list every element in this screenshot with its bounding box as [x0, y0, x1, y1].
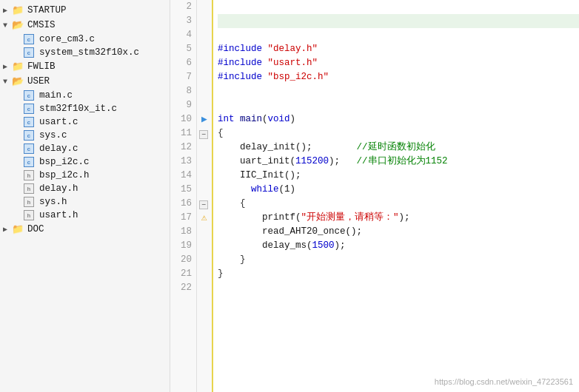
gutter-cell [197, 84, 212, 98]
code-editor: 2345678910111213141516171819202122 ▶−−⚠ … [170, 0, 579, 392]
sidebar-item-bsp_i2c_c[interactable]: cbsp_i2c.c [0, 155, 170, 169]
token-punct: } [218, 267, 224, 281]
token-plain [218, 197, 240, 211]
line-number: 7 [170, 70, 196, 84]
gutter-cell [197, 0, 212, 14]
code-line: } [218, 253, 579, 267]
token-str: "bsp_i2c.h" [268, 70, 329, 84]
c-file-icon: c [24, 117, 37, 127]
code-line: ​ [218, 28, 579, 42]
tree-item-label: bsp_i2c.c [39, 157, 90, 167]
line-number: 4 [170, 28, 196, 42]
sidebar-item-usart_c[interactable]: cusart.c [0, 115, 170, 129]
sidebar-item-delay_h[interactable]: hdelay.h [0, 182, 170, 195]
code-line: { [218, 126, 579, 141]
sidebar-item-CMSIS[interactable]: ▼📂CMSIS [0, 18, 170, 33]
sidebar-item-bsp_i2c_h[interactable]: hbsp_i2c.h [0, 169, 170, 182]
token-plain [262, 70, 268, 84]
gutter-cell [197, 281, 212, 295]
token-plain: ); [335, 239, 346, 253]
sidebar-item-sys_c[interactable]: csys.c [0, 129, 170, 142]
fold-minus-icon[interactable]: − [199, 200, 208, 209]
c-file-icon: c [24, 34, 37, 44]
token-fn: main [240, 112, 262, 126]
sidebar-item-sys_h[interactable]: hsys.h [0, 195, 170, 209]
file-type-badge: c [24, 157, 34, 167]
code-line: while(1) [218, 183, 579, 197]
fold-minus-icon[interactable]: − [199, 130, 208, 139]
sidebar-item-DOC[interactable]: ▶📁DOC [0, 222, 170, 237]
c-file-icon: c [24, 104, 37, 114]
file-type-badge: c [24, 47, 34, 58]
sidebar-item-usart_h[interactable]: husart.h [0, 209, 170, 222]
file-type-badge: c [24, 117, 34, 127]
folder-icon: 📁 [12, 223, 25, 235]
folder-icon: 📁 [12, 4, 25, 16]
token-plain: ( [262, 112, 268, 126]
code-line: read_AHT20_once(); [218, 225, 579, 239]
token-plain: delay_ms( [218, 239, 312, 253]
line-numbers: 2345678910111213141516171819202122 [170, 0, 197, 392]
tree-item-label: USER [27, 76, 50, 87]
folder-icon: 📂 [12, 75, 25, 87]
folder-icon: 📁 [12, 61, 25, 72]
gutter-cell [197, 253, 212, 267]
code-line: #include "delay.h" [218, 42, 579, 56]
gutter-cell: − [197, 197, 212, 211]
tree-item-label: bsp_i2c.h [39, 170, 90, 180]
h-file-icon: h [24, 197, 37, 207]
folder-arrow-icon: ▼ [3, 78, 12, 86]
file-type-badge: h [24, 197, 34, 207]
file-type-badge: c [24, 90, 34, 101]
sidebar-item-USER[interactable]: ▼📂USER [0, 74, 170, 89]
folder-arrow-icon: ▶ [3, 62, 12, 71]
tree-item-label: sys.c [39, 130, 67, 141]
h-file-icon: h [24, 170, 37, 180]
sidebar-item-system_stm32f10x_c[interactable]: csystem_stm32f10x.c [0, 46, 170, 59]
tree-item-label: delay.h [39, 183, 78, 194]
token-plain [340, 155, 357, 169]
sidebar-item-core_cm3_c[interactable]: ccore_cm3.c [0, 33, 170, 46]
sidebar-item-stm32f10x_it_c[interactable]: cstm32f10x_it.c [0, 102, 170, 115]
editor-gutter: ▶−−⚠ [197, 0, 213, 392]
code-line: #include "bsp_i2c.h" [218, 70, 579, 84]
line-number: 21 [170, 267, 196, 281]
line-number: 3 [170, 14, 196, 28]
token-plain [312, 141, 357, 155]
tree-item-label: STARTUP [27, 5, 67, 16]
file-type-badge: c [24, 130, 34, 141]
code-line: ​ [218, 14, 579, 28]
sidebar-item-delay_c[interactable]: cdelay.c [0, 142, 170, 155]
gutter-cell [197, 225, 212, 239]
code-line: ​ [218, 0, 579, 14]
token-kw: #include [218, 42, 262, 56]
sidebar-item-STARTUP[interactable]: ▶📁STARTUP [0, 3, 170, 18]
token-type: int [218, 112, 235, 126]
sidebar-item-FWLIB[interactable]: ▶📁FWLIB [0, 59, 170, 74]
token-type: void [268, 112, 290, 126]
line-number: 14 [170, 169, 196, 183]
line-number: 8 [170, 84, 196, 98]
code-content[interactable]: ​​​#include "delay.h"#include "usart.h"#… [213, 0, 579, 392]
token-plain: (1) [279, 183, 296, 197]
file-type-badge: c [24, 104, 34, 114]
tree-item-label: main.c [39, 90, 73, 101]
gutter-cell: ▶ [197, 112, 212, 126]
sidebar-item-main_c[interactable]: cmain.c [0, 89, 170, 102]
gutter-cell [197, 155, 212, 169]
token-plain: ); [329, 155, 340, 169]
h-file-icon: h [24, 210, 37, 220]
tree-item-label: FWLIB [27, 61, 56, 72]
c-file-icon: c [24, 157, 37, 167]
c-file-icon: c [24, 143, 37, 154]
tree-item-label: delay.c [39, 143, 78, 154]
folder-arrow-icon: ▼ [3, 21, 12, 30]
line-number: 13 [170, 155, 196, 169]
token-plain [235, 112, 241, 126]
file-tree[interactable]: ▶📁STARTUP▼📂CMSISccore_cm3.ccsystem_stm32… [0, 0, 170, 392]
debug-arrow-icon: ▶ [201, 112, 207, 126]
token-punct: } [240, 253, 246, 267]
folder-arrow-icon: ▶ [3, 6, 12, 15]
tree-item-label: sys.h [39, 197, 67, 207]
token-str: "delay.h" [268, 42, 318, 56]
